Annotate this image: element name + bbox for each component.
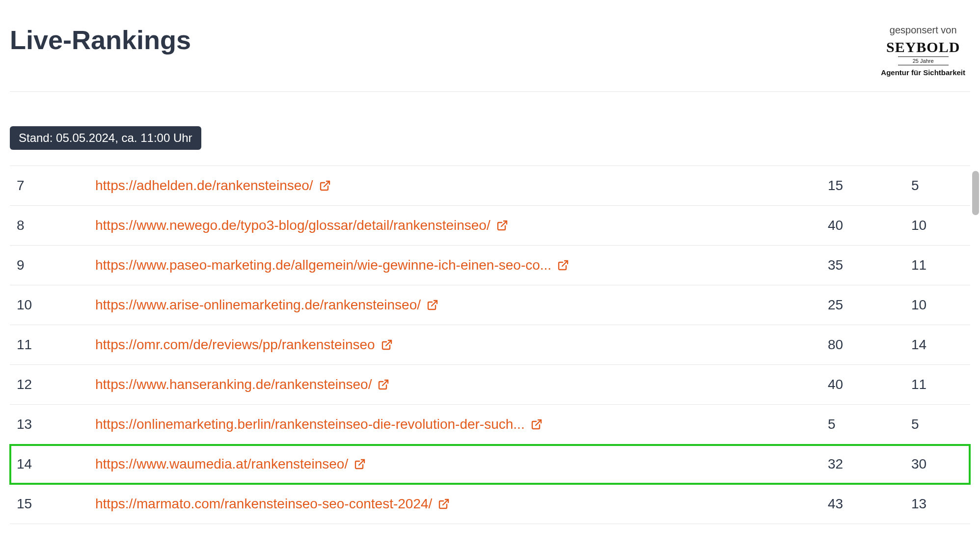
metric-1: 25 bbox=[828, 297, 911, 313]
ranking-url-link[interactable]: https://www.arise-onlinemarketing.de/ran… bbox=[95, 297, 438, 313]
page-title: Live-Rankings bbox=[10, 25, 191, 55]
sponsor-label: gesponsert von bbox=[881, 25, 965, 36]
url-text: https://marmato.com/rankensteinseo-seo-c… bbox=[95, 496, 432, 512]
metric-2: 10 bbox=[911, 297, 965, 313]
url-text: https://onlinemarketing.berlin/rankenste… bbox=[95, 416, 525, 432]
ranking-url-link[interactable]: https://www.newego.de/typo3-blog/glossar… bbox=[95, 218, 508, 233]
table-row: 7 https://adhelden.de/rankensteinseo/ 15… bbox=[10, 166, 970, 206]
external-link-icon bbox=[378, 379, 389, 390]
svg-line-0 bbox=[324, 181, 329, 187]
sponsor-block: gesponsert von SEYBOLD 25 Jahre Agentur … bbox=[881, 25, 970, 77]
svg-line-3 bbox=[432, 301, 437, 306]
ranking-url-link[interactable]: https://www.waumedia.at/rankensteinseo/ bbox=[95, 456, 366, 472]
table-row: 9 https://www.paseo-marketing.de/allgeme… bbox=[10, 246, 970, 285]
metric-1: 43 bbox=[828, 496, 911, 512]
metric-2: 14 bbox=[911, 337, 965, 353]
ranking-url-link[interactable]: https://www.paseo-marketing.de/allgemein… bbox=[95, 257, 569, 273]
scrollbar-thumb[interactable] bbox=[972, 171, 979, 215]
metric-1: 40 bbox=[828, 377, 911, 392]
rank-number: 14 bbox=[17, 456, 95, 472]
sponsor-tagline-1: 25 Jahre bbox=[898, 56, 949, 65]
external-link-icon bbox=[319, 180, 331, 192]
ranking-url-link[interactable]: https://www.hanseranking.de/rankensteins… bbox=[95, 377, 389, 392]
metric-1: 32 bbox=[828, 456, 911, 472]
url-text: https://www.paseo-marketing.de/allgemein… bbox=[95, 257, 551, 273]
metric-2: 13 bbox=[911, 496, 965, 512]
ranking-table: 7 https://adhelden.de/rankensteinseo/ 15… bbox=[10, 166, 970, 524]
metric-2: 10 bbox=[911, 218, 965, 233]
status-badge: Stand: 05.05.2024, ca. 11:00 Uhr bbox=[10, 126, 201, 150]
table-row: 8 https://www.newego.de/typo3-blog/gloss… bbox=[10, 206, 970, 246]
url-text: https://adhelden.de/rankensteinseo/ bbox=[95, 178, 313, 194]
table-row: 11 https://omr.com/de/reviews/pp/rankens… bbox=[10, 325, 970, 365]
rank-number: 7 bbox=[17, 178, 95, 194]
rank-number: 8 bbox=[17, 218, 95, 233]
external-link-icon bbox=[531, 418, 543, 430]
url-text: https://www.hanseranking.de/rankensteins… bbox=[95, 377, 372, 392]
external-link-icon bbox=[496, 220, 508, 231]
rank-number: 11 bbox=[17, 337, 95, 353]
url-text: https://omr.com/de/reviews/pp/rankenstei… bbox=[95, 337, 375, 353]
rank-number: 9 bbox=[17, 257, 95, 273]
metric-2: 30 bbox=[911, 456, 965, 472]
external-link-icon bbox=[438, 498, 450, 510]
metric-1: 80 bbox=[828, 337, 911, 353]
metric-1: 15 bbox=[828, 178, 911, 194]
svg-line-1 bbox=[501, 221, 507, 226]
table-row: 15 https://marmato.com/rankensteinseo-se… bbox=[10, 484, 970, 524]
ranking-url-link[interactable]: https://marmato.com/rankensteinseo-seo-c… bbox=[95, 496, 450, 512]
svg-line-6 bbox=[536, 420, 541, 425]
url-text: https://www.waumedia.at/rankensteinseo/ bbox=[95, 456, 348, 472]
table-row: 14 https://www.waumedia.at/rankensteinse… bbox=[10, 444, 970, 484]
sponsor-tagline-2: Agentur für Sichtbarkeit bbox=[881, 68, 965, 77]
url-text: https://www.arise-onlinemarketing.de/ran… bbox=[95, 297, 421, 313]
ranking-url-link[interactable]: https://onlinemarketing.berlin/rankenste… bbox=[95, 416, 543, 432]
metric-2: 5 bbox=[911, 178, 965, 194]
table-row: 10 https://www.arise-onlinemarketing.de/… bbox=[10, 285, 970, 325]
svg-line-5 bbox=[382, 380, 388, 386]
table-row: 12 https://www.hanseranking.de/rankenste… bbox=[10, 365, 970, 405]
rank-number: 12 bbox=[17, 377, 95, 392]
table-row: 13 https://onlinemarketing.berlin/ranken… bbox=[10, 405, 970, 444]
rank-number: 15 bbox=[17, 496, 95, 512]
url-text: https://www.newego.de/typo3-blog/glossar… bbox=[95, 218, 490, 233]
scrollbar-track[interactable] bbox=[972, 152, 979, 535]
metric-2: 11 bbox=[911, 377, 965, 392]
rank-number: 13 bbox=[17, 416, 95, 432]
metric-1: 5 bbox=[828, 416, 911, 432]
external-link-icon bbox=[381, 339, 393, 351]
ranking-url-link[interactable]: https://omr.com/de/reviews/pp/rankenstei… bbox=[95, 337, 393, 353]
metric-1: 35 bbox=[828, 257, 911, 273]
external-link-icon bbox=[427, 299, 438, 311]
svg-line-4 bbox=[386, 340, 391, 346]
external-link-icon bbox=[354, 458, 366, 470]
metric-2: 5 bbox=[911, 416, 965, 432]
rank-number: 10 bbox=[17, 297, 95, 313]
svg-line-2 bbox=[562, 261, 568, 266]
external-link-icon bbox=[557, 259, 569, 271]
svg-line-7 bbox=[359, 460, 364, 465]
ranking-url-link[interactable]: https://adhelden.de/rankensteinseo/ bbox=[95, 178, 331, 194]
svg-line-8 bbox=[443, 500, 448, 505]
sponsor-logo: SEYBOLD bbox=[881, 39, 965, 56]
metric-2: 11 bbox=[911, 257, 965, 273]
header: Live-Rankings gesponsert von SEYBOLD 25 … bbox=[10, 10, 970, 92]
metric-1: 40 bbox=[828, 218, 911, 233]
